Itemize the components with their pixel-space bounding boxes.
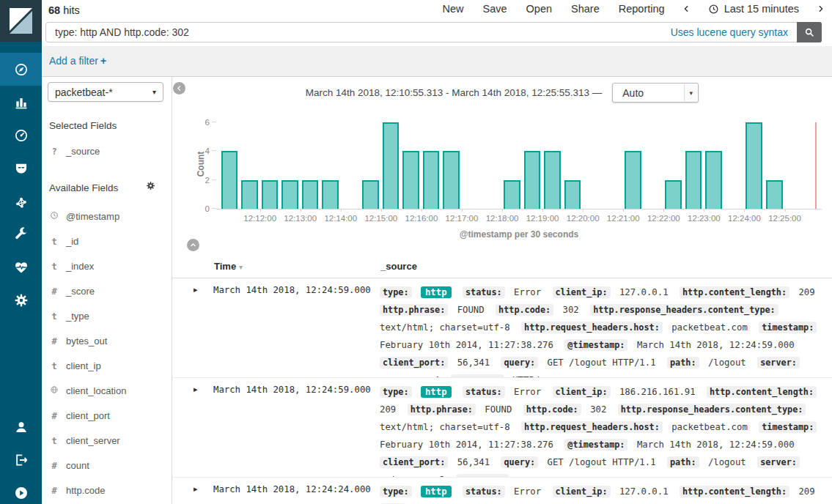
histogram-bar[interactable] [383,122,400,209]
field-key-badge: http.content_length: [680,286,789,298]
search-button[interactable] [797,22,822,42]
histogram-bar[interactable] [302,180,319,209]
histogram-bar[interactable] [665,180,682,209]
x-tick-label: 12:12:00 [243,214,276,223]
histogram-chart: 024612:12:0012:13:0012:14:0012:15:0012:1… [216,122,822,210]
histogram-bar[interactable] [564,180,581,209]
histogram-bar[interactable] [685,151,702,209]
user-icon [14,420,29,434]
field-_index[interactable]: t_index [49,261,94,272]
expand-caret-icon[interactable]: ▸ [194,385,198,394]
clock-icon [49,211,59,222]
field-value: 209 [380,404,396,415]
lucene-syntax-link[interactable]: Uses lucene query syntax [671,26,788,38]
field-@timestamp[interactable]: @timestamp [49,211,119,222]
index-pattern-select[interactable]: packetbeat-* ▾ [48,82,163,102]
time-prev-button[interactable] [682,4,691,14]
field-key-badge: client_port: [380,357,448,368]
field-http.code[interactable]: #http.code [49,485,106,496]
nav-item-monitoring[interactable] [0,251,42,284]
index-pattern-value: packetbeat-* [55,86,113,98]
histogram-bar[interactable] [241,180,258,209]
nav-item-collapse-nav[interactable] [0,476,42,504]
histogram-bar[interactable] [322,180,339,209]
chart-header: March 14th 2018, 12:10:55.313 - March 14… [172,83,832,103]
field-name: _score [66,286,95,297]
field-key-badge: http.content_length: [707,386,817,398]
field-key-badge: http.request_headers.host: [521,421,663,433]
histogram-bar[interactable] [524,151,541,209]
search-input[interactable] [46,26,671,38]
menu-reporting[interactable]: Reporting [619,3,665,15]
nav-item-logout[interactable] [0,443,42,476]
histogram-bar[interactable] [705,151,722,209]
menu-share[interactable]: Share [571,3,600,15]
timepicker-button[interactable]: Last 15 minutes [708,3,799,15]
time-next-button[interactable] [817,4,825,14]
collapse-sidebar-button[interactable] [173,82,185,94]
expand-caret-icon[interactable]: ▸ [194,484,198,494]
histogram-bar[interactable] [544,151,561,209]
histogram-bar[interactable] [362,180,379,209]
field-type-hash-icon: # [49,461,59,471]
field-key-badge: @timestamp: [564,339,627,351]
gear-icon [14,293,29,308]
interval-select[interactable]: Auto ▾ [612,83,699,103]
menu-open[interactable]: Open [526,3,552,15]
exit-icon [14,453,29,467]
add-filter-button[interactable]: Add a filter+ [49,55,106,67]
nav-item-management[interactable] [0,284,42,316]
x-tick-mark [502,209,503,212]
histogram-bar[interactable] [402,151,419,209]
histogram-bar[interactable] [625,151,641,209]
histogram-bar[interactable] [423,151,440,209]
histogram-bar[interactable] [281,180,298,209]
field-key-badge: type: [380,486,412,497]
collapse-chart-button[interactable] [187,239,199,251]
search-bar: Uses lucene query syntax [45,22,822,42]
y-tick-mark [212,208,216,209]
expand-caret-icon[interactable]: ▸ [194,285,198,294]
field-_source[interactable]: ?_source [49,146,100,157]
field-bytes_out[interactable]: #bytes_out [49,336,107,346]
table-row: ▸March 14th 2018, 12:24:24.000type: http… [172,478,832,504]
field-client_location[interactable]: client_location [49,385,126,396]
field-_score[interactable]: #_score [49,286,95,297]
menu-new[interactable]: New [442,3,463,15]
heartbeat-icon [14,260,29,275]
x-tick-mark [583,209,583,212]
histogram-bar[interactable] [262,180,279,209]
nav-item-visualize[interactable] [0,86,42,119]
histogram-bar[interactable] [443,151,460,209]
kibana-discover-app: { "topbar": { "hits_count": "68", "hits_… [0,0,832,504]
histogram-bar[interactable] [746,122,762,209]
histogram-bar[interactable] [221,151,238,209]
nav-item-account[interactable] [0,410,42,443]
field-count[interactable]: #count [49,460,89,471]
field-client_port[interactable]: #client_port [49,410,110,421]
histogram-bar[interactable] [504,180,520,209]
nav-item-dashboard[interactable] [0,119,42,152]
y-tick-label: 4 [205,147,210,155]
field-key-badge: client_ip: [553,486,611,497]
field-client_server[interactable]: tclient_server [49,435,120,446]
nav-item-dev-tools[interactable] [0,218,42,251]
nav-item-graph[interactable] [0,185,42,218]
field-_id[interactable]: t_id [49,236,78,247]
field-key-badge: timestamp: [759,322,817,333]
nav-item-timelion[interactable] [0,152,42,185]
field-value: 302 [590,404,606,415]
doc-source: type: http status: Error client_ip: 127.… [380,278,828,378]
field-client_ip[interactable]: tclient_ip [49,360,101,371]
kibana-logo[interactable] [0,0,42,42]
field-_type[interactable]: t_type [49,311,89,322]
nav-item-discover[interactable] [0,53,42,86]
y-tick-mark [212,122,216,122]
x-tick-label: 12:21:00 [607,214,640,223]
menu-save[interactable]: Save [483,3,507,15]
field-value: March 14th 2018, 12:24:59.000 [637,440,795,450]
field-value: FOUND [485,404,512,415]
time-column-header[interactable]: Time▾ [214,261,243,272]
field-settings-gear-icon[interactable] [146,181,155,190]
histogram-bar[interactable] [766,180,783,209]
